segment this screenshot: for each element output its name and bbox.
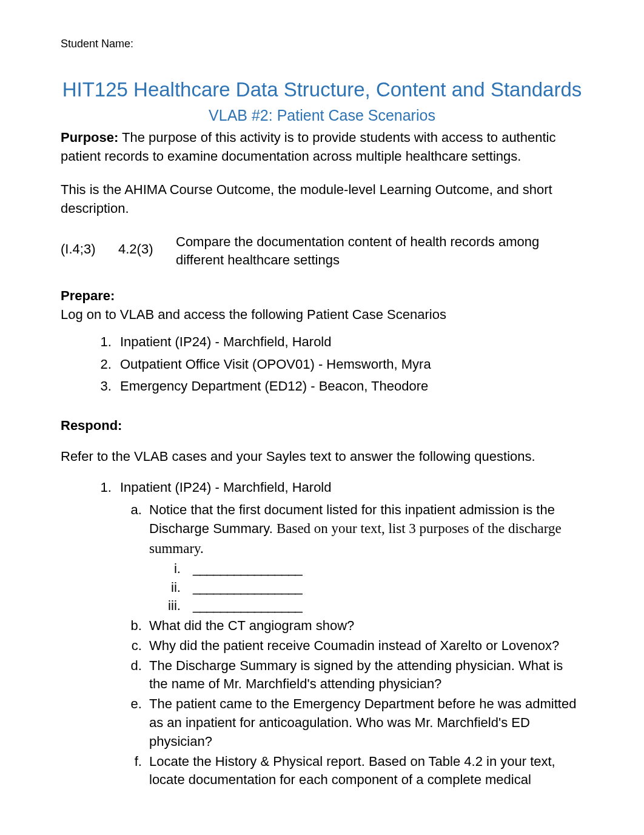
list-item: ________________ [184, 597, 583, 615]
prepare-label: Prepare: [61, 287, 583, 306]
page-title: HIT125 Healthcare Data Structure, Conten… [61, 76, 583, 104]
list-item: The Discharge Summary is signed by the a… [146, 657, 583, 694]
list-item: Inpatient (IP24) - Marchfield, Harold [115, 333, 583, 352]
list-item: What did the CT angiogram show? [146, 617, 583, 635]
list-item: ________________ [184, 560, 583, 578]
outcome-intro: This is the AHIMA Course Outcome, the mo… [61, 181, 583, 218]
list-item: Emergency Department (ED12) - Beacon, Th… [115, 377, 583, 396]
list-item: Outpatient Office Visit (OPOV01) - Hemsw… [115, 355, 583, 374]
prepare-list: Inpatient (IP24) - Marchfield, Harold Ou… [115, 333, 583, 396]
list-item: Why did the patient receive Coumadin ins… [146, 637, 583, 656]
q1-heading: Inpatient (IP24) - Marchfield, Harold [120, 480, 332, 495]
respond-label: Respond: [61, 417, 583, 435]
purpose-label: Purpose: [61, 130, 118, 145]
respond-list: Inpatient (IP24) - Marchfield, Harold No… [115, 478, 583, 790]
purpose-section: Purpose: The purpose of this activity is… [61, 129, 583, 166]
blank-line: ________________ [193, 580, 302, 595]
prepare-text: Log on to VLAB and access the following … [61, 306, 583, 324]
prepare-section: Prepare: Log on to VLAB and access the f… [61, 287, 583, 324]
blank-line: ________________ [193, 561, 302, 576]
page-subtitle: VLAB #2: Patient Case Scenarios [61, 105, 583, 126]
q1-sublist: Notice that the first document listed fo… [146, 501, 583, 790]
blank-line: ________________ [193, 598, 302, 613]
respond-intro: Refer to the VLAB cases and your Sayles … [61, 448, 583, 466]
list-item: Notice that the first document listed fo… [146, 501, 583, 616]
list-item: The patient came to the Emergency Depart… [146, 695, 583, 751]
outcome-code-2: 4.2(3) [118, 233, 176, 259]
purpose-text: The purpose of this activity is to provi… [61, 130, 555, 164]
q1a-blanks: ________________ ________________ ______… [184, 560, 583, 615]
outcome-code-1: (I.4;3) [61, 233, 118, 259]
outcome-description: Compare the documentation content of hea… [176, 233, 583, 270]
list-item: Inpatient (IP24) - Marchfield, Harold No… [115, 478, 583, 790]
list-item: Locate the History & Physical report. Ba… [146, 753, 583, 790]
student-name-label: Student Name: [61, 36, 583, 52]
list-item: ________________ [184, 578, 583, 597]
outcome-row: (I.4;3) 4.2(3) Compare the documentation… [61, 233, 583, 270]
